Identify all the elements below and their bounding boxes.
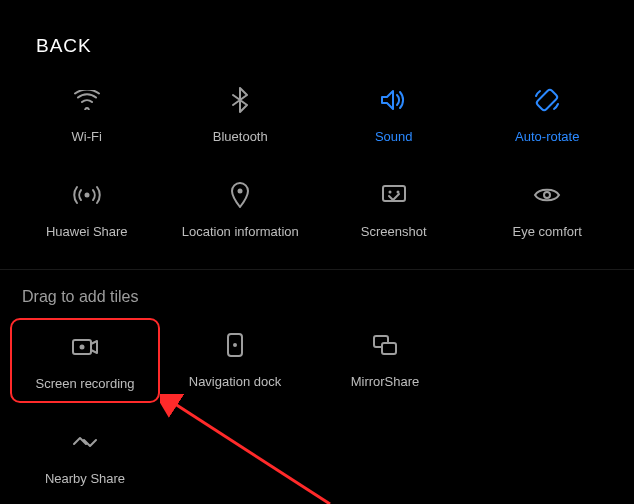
- tile-label: MirrorShare: [351, 374, 420, 389]
- nearby-icon: [72, 427, 98, 457]
- tile-label: Bluetooth: [213, 129, 268, 144]
- svg-point-1: [84, 193, 89, 198]
- active-tiles-row-1: Wi-Fi Bluetooth Sound Auto-rotate: [0, 57, 634, 152]
- drag-tiles-row-2: Nearby Share: [0, 403, 634, 496]
- tile-navigation-dock[interactable]: Navigation dock: [160, 318, 310, 403]
- svg-rect-12: [382, 343, 396, 354]
- quick-settings-editor: BACK Wi-Fi Bluetooth Sound Auto-rotate: [0, 0, 634, 496]
- tile-screenshot[interactable]: Screenshot: [319, 172, 469, 247]
- tile-label: Nearby Share: [45, 471, 125, 486]
- navdock-icon: [226, 330, 244, 360]
- tile-label: Navigation dock: [189, 374, 282, 389]
- tile-screen-recording[interactable]: Screen recording: [10, 318, 160, 403]
- drag-tiles-row-1: Screen recording Navigation dock MirrorS…: [0, 306, 634, 403]
- tile-wifi[interactable]: Wi-Fi: [12, 77, 162, 152]
- active-tiles-row-2: Huawei Share Location information Screen…: [0, 152, 634, 247]
- tile-label: Location information: [182, 224, 299, 239]
- location-icon: [230, 180, 250, 210]
- svg-point-6: [544, 192, 550, 198]
- tile-location[interactable]: Location information: [165, 172, 315, 247]
- tile-label: Huawei Share: [46, 224, 128, 239]
- tile-mirrorshare[interactable]: MirrorShare: [310, 318, 460, 403]
- tile-bluetooth[interactable]: Bluetooth: [165, 77, 315, 152]
- wifi-icon: [74, 85, 100, 115]
- svg-point-5: [396, 191, 399, 194]
- header: BACK: [0, 0, 634, 57]
- eye-icon: [533, 180, 561, 210]
- tile-nearby-share[interactable]: Nearby Share: [10, 415, 160, 496]
- tile-label: Eye comfort: [513, 224, 582, 239]
- autorotate-icon: [533, 85, 561, 115]
- svg-point-2: [238, 189, 243, 194]
- tile-label: Wi-Fi: [72, 129, 102, 144]
- svg-point-8: [80, 345, 85, 350]
- tile-eye-comfort[interactable]: Eye comfort: [472, 172, 622, 247]
- tile-huawei-share[interactable]: Huawei Share: [12, 172, 162, 247]
- svg-point-10: [233, 343, 237, 347]
- back-button[interactable]: BACK: [36, 35, 92, 56]
- tile-sound[interactable]: Sound: [319, 77, 469, 152]
- tile-label: Screen recording: [36, 376, 135, 391]
- svg-point-4: [388, 191, 391, 194]
- screenrec-icon: [71, 332, 99, 362]
- mirrorshare-icon: [372, 330, 398, 360]
- drag-section-title: Drag to add tiles: [0, 270, 634, 306]
- tile-label: Sound: [375, 129, 413, 144]
- tile-label: Screenshot: [361, 224, 427, 239]
- tile-label: Auto-rotate: [515, 129, 579, 144]
- huaweishare-icon: [72, 180, 102, 210]
- sound-icon: [380, 85, 408, 115]
- screenshot-icon: [381, 180, 407, 210]
- tile-autorotate[interactable]: Auto-rotate: [472, 77, 622, 152]
- bluetooth-icon: [232, 85, 248, 115]
